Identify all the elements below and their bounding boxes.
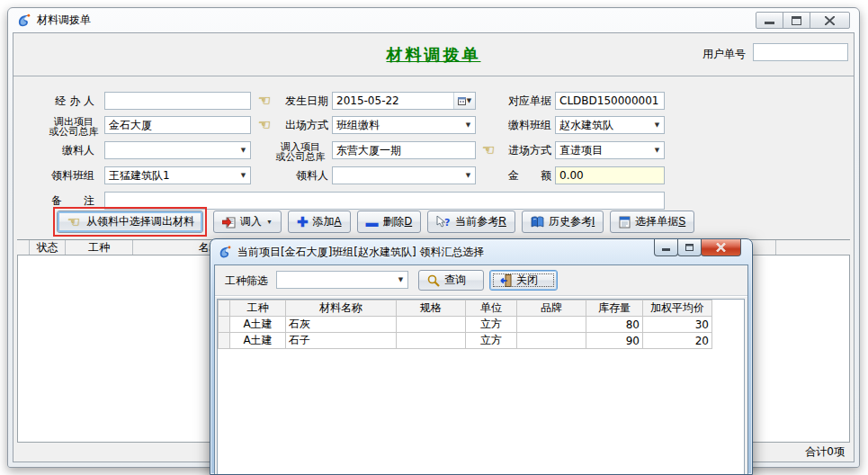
main-titlebar[interactable]: 材料调拨单 <box>8 8 859 32</box>
chevron-down-icon: ▼ <box>650 121 664 129</box>
dialog-close-button[interactable] <box>701 239 741 256</box>
app-logo-icon <box>218 245 232 259</box>
col-material-name[interactable]: 材料名称 <box>286 300 397 317</box>
select-out-material-label: 从领料中选择调出材料 <box>86 214 194 229</box>
filter-label: 工种筛选 <box>225 273 268 289</box>
dialog-window-controls <box>655 239 741 256</box>
select-doc-button[interactable]: 选择单据S <box>610 211 694 233</box>
in-project-input[interactable] <box>332 141 476 159</box>
history-ref-button[interactable]: 历史参考I <box>522 211 604 233</box>
close-button[interactable] <box>810 12 850 29</box>
notepad-icon <box>619 216 631 229</box>
window-controls <box>756 12 850 29</box>
chevron-down-icon: ▼ <box>394 276 407 283</box>
hand-select-icon: ☜ <box>66 213 82 231</box>
grid-column-filler <box>776 240 850 255</box>
query-label: 查询 <box>444 273 466 288</box>
dialog-minimize-button[interactable] <box>654 239 678 256</box>
out-project-input[interactable] <box>104 116 251 134</box>
occur-date-label: 发生日期 <box>274 92 328 110</box>
cell-unit: 立方 <box>466 333 517 349</box>
grid-column-worktype[interactable]: 工种 <box>66 240 133 255</box>
pay-team-label: 缴料班组 <box>499 116 551 134</box>
cell-stock: 80 <box>586 317 643 333</box>
dialog-close-action-button[interactable]: 关闭 <box>489 270 558 291</box>
maximize-icon <box>685 244 694 251</box>
svg-text:?: ? <box>444 217 450 229</box>
cell-unit: 立方 <box>466 317 517 333</box>
add-button[interactable]: ✚ 添加A <box>288 211 351 233</box>
chevron-down-icon: ▼ <box>266 219 273 225</box>
amount-label: 金 额 <box>499 166 551 184</box>
cell-material-name: 石灰 <box>286 317 397 333</box>
calendar-icon <box>458 97 466 105</box>
in-project-label: 调入项目 或公司总库 <box>273 142 328 162</box>
maximize-button[interactable] <box>783 12 810 29</box>
col-worktype[interactable]: 工种 <box>230 300 286 317</box>
pay-team-select[interactable]: 赵水建筑队 ▼ <box>555 116 665 134</box>
minimize-icon <box>662 244 670 251</box>
material-table-area: 工种 材料名称 规格 单位 品牌 库存量 加权平均价 A土建 石灰 立方 80 <box>217 299 745 474</box>
current-ref-label: 当前参考R <box>455 214 506 229</box>
maximize-icon <box>792 16 801 25</box>
delete-button[interactable]: ▬ 删除D <box>357 211 422 233</box>
search-icon <box>427 274 440 287</box>
annotation-highlight: ☜ 从领料中选择调出材料 <box>53 207 207 237</box>
user-doc-label: 用户单号 <box>702 47 746 62</box>
import-button[interactable]: 调入 ▼ <box>213 211 282 233</box>
hand-select-icon[interactable]: ☜ <box>255 92 274 110</box>
recv-team-value: 王猛建筑队1 <box>105 168 237 184</box>
chevron-down-icon: ▼ <box>237 172 250 179</box>
out-project-label: 调出项目 或公司总库 <box>46 117 102 137</box>
window-title: 材料调拨单 <box>37 13 91 28</box>
cell-avg-price: 20 <box>643 333 712 349</box>
import-icon <box>222 216 236 229</box>
col-avg-price[interactable]: 加权平均价 <box>643 300 712 317</box>
cursor-question-icon: ? <box>436 216 451 229</box>
cell-avg-price: 30 <box>643 317 712 333</box>
grid-column-status[interactable]: 状态 <box>30 240 66 255</box>
current-ref-button[interactable]: ? 当前参考R <box>427 211 515 233</box>
col-brand[interactable]: 品牌 <box>517 300 586 317</box>
history-ref-label: 历史参考I <box>549 214 595 229</box>
minimize-button[interactable] <box>756 12 783 29</box>
select-out-material-button[interactable]: ☜ 从领料中选择调出材料 <box>57 211 203 233</box>
payer-select[interactable]: ▼ <box>104 141 251 159</box>
receiver-select[interactable]: ▼ <box>332 166 476 184</box>
operator-input[interactable] <box>104 92 251 110</box>
table-row[interactable]: A土建 石子 立方 90 20 <box>219 333 712 349</box>
worktype-filter-select[interactable]: ▼ <box>276 271 408 289</box>
query-button[interactable]: 查询 <box>418 270 484 291</box>
receiver-label: 领料人 <box>274 166 328 184</box>
doc-no-input[interactable] <box>555 92 665 110</box>
recv-team-label: 领料班组 <box>22 166 94 184</box>
grid-selector-column[interactable] <box>17 240 30 255</box>
hand-select-icon[interactable]: ☜ <box>255 116 274 134</box>
in-method-label: 进场方式 <box>499 141 551 159</box>
hand-select-icon[interactable]: ☜ <box>479 141 498 159</box>
amount-input[interactable] <box>555 166 665 184</box>
row-selector[interactable] <box>219 333 230 349</box>
chevron-down-icon: ▼ <box>461 172 475 179</box>
user-doc-input[interactable] <box>753 43 848 61</box>
row-selector[interactable] <box>219 317 230 333</box>
col-stock[interactable]: 库存量 <box>586 300 643 317</box>
calendar-dropdown-button[interactable]: ▼ <box>453 93 475 109</box>
material-summary-dialog: 当前项目[金石大厦]班组[赵水建筑队] 领料汇总选择 工种筛选 ▼ 查询 关闭 <box>210 238 753 475</box>
close-icon <box>825 16 835 25</box>
table-row[interactable]: A土建 石灰 立方 80 30 <box>219 317 712 333</box>
out-method-select[interactable]: 班组缴料 ▼ <box>332 116 476 134</box>
material-table-header-row: 工种 材料名称 规格 单位 品牌 库存量 加权平均价 <box>219 300 712 317</box>
plus-icon: ✚ <box>297 215 309 229</box>
col-spec[interactable]: 规格 <box>397 300 466 317</box>
material-table: 工种 材料名称 规格 单位 品牌 库存量 加权平均价 A土建 石灰 立方 80 <box>218 300 712 349</box>
minimize-icon <box>765 16 774 24</box>
dialog-content: 工种筛选 ▼ 查询 关闭 工种 材料名称 规格 <box>214 264 748 474</box>
in-method-select[interactable]: 直进项目 ▼ <box>555 141 665 159</box>
col-unit[interactable]: 单位 <box>466 300 517 317</box>
dialog-maximize-button[interactable] <box>677 239 702 256</box>
minus-icon: ▬ <box>366 216 379 229</box>
cell-brand <box>517 317 586 333</box>
recv-team-select[interactable]: 王猛建筑队1 ▼ <box>104 166 251 184</box>
occur-date-picker[interactable]: 2015-05-22 ▼ <box>332 92 476 110</box>
